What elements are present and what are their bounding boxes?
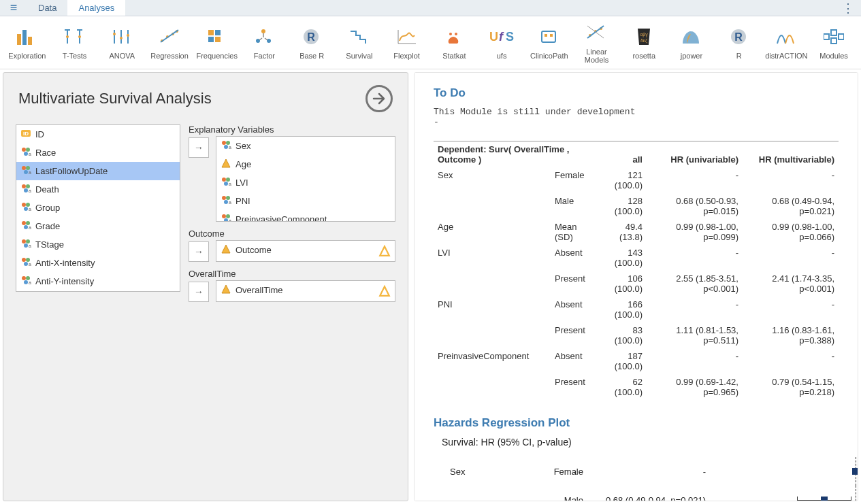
ribbon-linearmodels[interactable]: Linear Models [574, 19, 620, 67]
var-label: TStage [35, 239, 64, 250]
ribbon-rosetta[interactable]: αβγδεζrosetta [621, 19, 667, 67]
results-table: Dependent: Surv( OverallTime , Outcome )… [434, 141, 839, 400]
ribbon-factor[interactable]: Factor [242, 19, 288, 67]
ribbon-exploration[interactable]: Exploration [4, 19, 50, 67]
forest-row: SexFemale- [434, 457, 839, 486]
continuous-icon [221, 243, 231, 256]
var-item-lymphnodemetastasis[interactable]: aLymphNodeMetastasis [16, 290, 180, 292]
ribbon-label: Base R [299, 52, 324, 60]
svg-point-3 [66, 35, 69, 38]
distraction-icon [775, 26, 798, 48]
ribbon-label: Survival [346, 52, 372, 60]
ribbon-baser[interactable]: RBase R [289, 19, 335, 67]
assign-time-button[interactable]: → [189, 282, 209, 302]
svg-text:a: a [29, 225, 31, 230]
var-item-id[interactable]: IDID [16, 125, 180, 144]
var-item-anti-y-intensity[interactable]: aAnti-Y-intensity [16, 272, 180, 290]
svg-text:δεζ: δεζ [640, 38, 647, 44]
svg-marker-96 [380, 246, 389, 256]
run-button[interactable] [365, 85, 393, 112]
ribbon-survival[interactable]: Survival [336, 19, 383, 67]
tab-data[interactable]: Data [27, 0, 67, 16]
svg-text:a: a [229, 182, 231, 186]
var-item-race[interactable]: aRace [16, 144, 180, 162]
var-item-group[interactable]: aGroup [16, 199, 180, 217]
outcome-box[interactable]: Outcome [216, 240, 395, 262]
expl-item-lvi[interactable]: aLVI [216, 173, 395, 192]
ribbon-regression[interactable]: Regression [146, 19, 193, 67]
svg-text:a: a [29, 262, 31, 267]
kebab-menu-icon[interactable]: ⋮ [842, 1, 861, 16]
expl-item-pni[interactable]: aPNI [216, 192, 395, 210]
target-icon [378, 285, 391, 299]
ribbon-label: ANOVA [109, 52, 135, 60]
nom-icon: a [20, 183, 31, 196]
available-vars-list[interactable]: IDIDaRaceaLastFollowUpDateaDeathaGroupaG… [16, 124, 180, 292]
assign-explanatory-button[interactable]: → [189, 137, 209, 158]
ribbon-distraction[interactable]: distrACTION [764, 19, 810, 67]
tab-analyses[interactable]: Analyses [67, 0, 125, 16]
var-item-death[interactable]: aDeath [16, 180, 180, 199]
var-label: PNI [235, 196, 250, 206]
var-label: Anti-X-intensity [35, 258, 95, 268]
nom-icon: a [20, 275, 31, 288]
var-item-tstage[interactable]: aTStage [16, 235, 180, 254]
svg-point-46 [22, 166, 26, 170]
nom-icon: a [20, 165, 31, 178]
ribbon-label: Linear Models [574, 48, 620, 64]
svg-text:f: f [499, 30, 504, 44]
nom-icon: a [20, 256, 31, 269]
svg-rect-13 [215, 30, 221, 35]
overalltime-label: OverallTime [189, 269, 395, 279]
svg-rect-2 [28, 37, 32, 45]
ribbon-frequencies[interactable]: Frequencies [194, 19, 240, 67]
ttests-icon [63, 26, 86, 48]
expl-item-preinvasivecomponent[interactable]: aPreinvasiveComponent [216, 210, 395, 222]
ribbon-clinicopath[interactable]: ClinicoPath [526, 19, 572, 67]
var-label: Sex [235, 141, 250, 151]
expl-item-sex[interactable]: aSex [216, 137, 395, 155]
continuous-icon [221, 284, 231, 297]
svg-rect-1 [22, 30, 27, 45]
var-item-grade[interactable]: aGrade [16, 217, 180, 235]
svg-point-48 [24, 170, 28, 174]
var-item-anti-x-intensity[interactable]: aAnti-X-intensity [16, 254, 180, 272]
svg-text:a: a [29, 152, 31, 156]
svg-rect-37 [831, 38, 836, 44]
svg-point-89 [224, 200, 228, 204]
ribbon-label: Regression [150, 52, 189, 60]
svg-point-7 [127, 34, 129, 37]
var-item-lastfollowupdate[interactable]: aLastFollowUpDate [16, 162, 180, 180]
ribbon-ufs[interactable]: UfSufs [478, 19, 525, 67]
baser-icon: R [300, 26, 323, 48]
svg-text:R: R [734, 31, 743, 43]
svg-rect-14 [208, 37, 214, 42]
overalltime-box[interactable]: OverallTime [216, 280, 395, 302]
menu-icon[interactable]: ≡ [0, 1, 27, 15]
ribbon-label: Exploration [8, 52, 46, 60]
ribbon-label: distrACTION [765, 52, 807, 60]
ribbon-r[interactable]: RR [716, 19, 762, 67]
ribbon-statkat[interactable]: Statkat [431, 19, 477, 67]
ribbon-jpower[interactable]: jpower [668, 19, 715, 67]
assign-outcome-button[interactable]: → [189, 241, 209, 262]
svg-point-42 [22, 148, 26, 152]
ribbon-anova[interactable]: ANOVA [99, 19, 145, 67]
statkat-icon [442, 26, 466, 48]
svg-marker-97 [222, 285, 230, 293]
clinicopath-icon [538, 26, 561, 48]
svg-point-66 [22, 258, 26, 262]
ribbon-label: Factor [254, 52, 275, 60]
ribbon-label: T-Tests [63, 52, 86, 60]
ribbon-flexplot[interactable]: Flexplot [384, 19, 430, 67]
svg-marker-98 [380, 286, 389, 296]
expl-item-age[interactable]: Age [216, 155, 395, 173]
nom-icon: a [221, 176, 231, 189]
ribbon-ttests[interactable]: T-Tests [52, 19, 98, 67]
ribbon-label: rosetta [632, 52, 655, 60]
ribbon-modules[interactable]: Modules [811, 19, 857, 67]
svg-rect-36 [831, 30, 836, 35]
svg-text:a: a [29, 170, 31, 175]
explanatory-box[interactable]: aSexAgeaLVIaPNIaPreinvasiveComponent [216, 136, 395, 222]
svg-text:R: R [307, 31, 315, 43]
